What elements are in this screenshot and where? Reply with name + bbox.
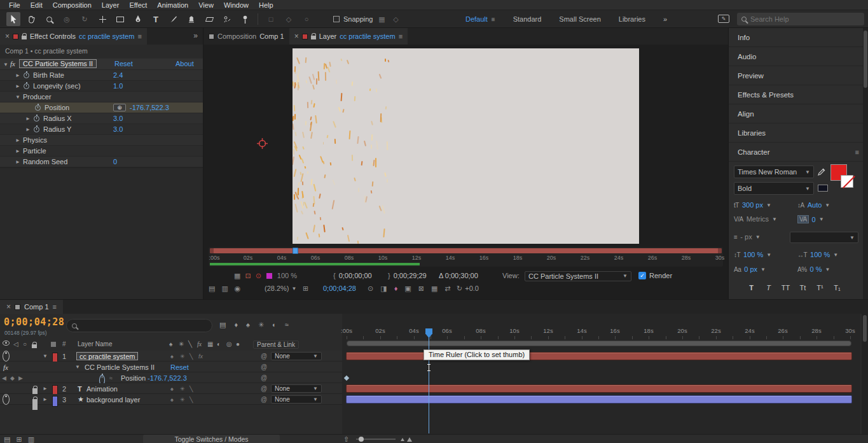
layer-name[interactable]: cc practile system bbox=[76, 351, 138, 362]
expand-in-out-icon[interactable]: ▤ bbox=[4, 435, 10, 443]
transparency-grid-icon[interactable]: ▦ bbox=[234, 272, 240, 280]
view-dropdown[interactable]: CC Particle Systems II▼ bbox=[525, 271, 631, 281]
collapse-switch-icon[interactable]: ✳ bbox=[180, 383, 185, 394]
collapse-switch-icon[interactable]: ✳ bbox=[180, 394, 185, 405]
font-style-dropdown[interactable]: Bold▼ bbox=[734, 182, 814, 195]
twirl-closed-icon[interactable]: ► bbox=[43, 394, 48, 405]
work-area-bar[interactable] bbox=[210, 248, 722, 253]
tsume-value[interactable]: 0 % bbox=[810, 265, 822, 273]
threed-switch-icon[interactable]: ● bbox=[236, 341, 240, 348]
stopwatch-icon[interactable] bbox=[34, 127, 39, 132]
parent-link-column-label[interactable]: Parent & Link bbox=[253, 341, 299, 349]
quality-switch-icon[interactable]: ╲ bbox=[188, 341, 192, 348]
horizontal-scale-value[interactable]: 100 % bbox=[810, 251, 830, 258]
effect-row-radius-x[interactable]: ► Radius X 3.0 bbox=[0, 113, 203, 124]
zoom-in-mountain-icon[interactable] bbox=[407, 437, 412, 442]
effect-group-physics[interactable]: ► Physics bbox=[0, 135, 203, 146]
pan-behind-tool[interactable] bbox=[95, 12, 109, 26]
twirl-closed-icon[interactable]: ► bbox=[25, 113, 31, 124]
chevron-down-icon[interactable]: ▼ bbox=[819, 216, 824, 222]
label-chip[interactable] bbox=[52, 396, 58, 407]
scrollbar-thumb[interactable] bbox=[863, 315, 867, 342]
effect-header-row[interactable]: ▼ fx CC Particle Systems II Reset About bbox=[0, 59, 203, 70]
effect-row-birth-rate[interactable]: ► Birth Rate 2.4 bbox=[0, 70, 203, 81]
menu-help[interactable]: Help bbox=[254, 1, 279, 9]
effect-row-random-seed[interactable]: ► Random Seed 0 bbox=[0, 157, 203, 167]
work-area-bar[interactable] bbox=[347, 341, 851, 346]
font-size-value[interactable]: 300 px bbox=[742, 201, 763, 209]
effect-name[interactable]: CC Particle Systems II bbox=[85, 362, 155, 372]
mini-swatch-icon[interactable] bbox=[818, 185, 828, 192]
in-point-icon[interactable]: { bbox=[333, 272, 336, 279]
layer-name[interactable]: background layer bbox=[86, 394, 140, 405]
roto-brush-tool[interactable] bbox=[220, 12, 234, 26]
baseline-shift-value[interactable]: 0 px bbox=[744, 265, 757, 273]
property-value[interactable]: 2.4 bbox=[113, 70, 123, 81]
unit-value[interactable]: - px bbox=[740, 233, 752, 241]
chevron-down-icon[interactable]: ▼ bbox=[755, 234, 761, 240]
effect-point-crosshair[interactable] bbox=[257, 138, 268, 149]
next-keyframe-icon[interactable]: ▶ bbox=[18, 372, 23, 383]
flowchart-icon[interactable]: ▤ bbox=[209, 285, 215, 293]
reset-link[interactable]: Reset bbox=[114, 60, 133, 67]
menu-view[interactable]: View bbox=[193, 1, 219, 9]
font-family-dropdown[interactable]: Times New Roman▼ bbox=[734, 165, 814, 178]
stopwatch-icon[interactable] bbox=[24, 83, 29, 89]
chevron-down-icon[interactable]: ▼ bbox=[766, 202, 771, 208]
display-icon[interactable]: ▥ bbox=[221, 285, 228, 293]
layer-row-1[interactable]: ▼ 1 cc practile system ♠ ✳ ╲ fx @ None▼ bbox=[0, 351, 342, 362]
twirl-closed-icon[interactable]: ► bbox=[25, 124, 31, 135]
region-icon[interactable]: ⊠ bbox=[418, 285, 424, 293]
time-ruler[interactable]: :00s02s 04s06s 08s10s 12s14s 16s18s 20s2… bbox=[342, 325, 860, 339]
panel-menu-icon[interactable]: ≡ bbox=[137, 32, 141, 40]
toggle-switches-modes-button[interactable]: Toggle Switches / Modes bbox=[143, 435, 280, 443]
zoom-fit-icon[interactable]: ⇧ bbox=[343, 435, 349, 443]
layer-name[interactable]: Animation bbox=[86, 383, 118, 394]
property-value[interactable]: 1.0 bbox=[113, 81, 123, 92]
menu-composition[interactable]: Composition bbox=[48, 1, 97, 9]
target-icon[interactable]: ⊙ bbox=[256, 272, 261, 280]
exposure-icon[interactable]: ↻ bbox=[457, 285, 462, 293]
faux-bold-button[interactable]: T bbox=[745, 283, 757, 293]
about-link[interactable]: About bbox=[176, 60, 194, 67]
lock-icon[interactable] bbox=[22, 36, 27, 39]
lock-icon[interactable] bbox=[311, 36, 316, 39]
parent-dropdown[interactable]: None▼ bbox=[271, 384, 322, 393]
panel-menu-icon[interactable]: ≡ bbox=[399, 32, 403, 40]
help-search-box[interactable] bbox=[737, 13, 864, 25]
pickwhip-icon[interactable]: @ bbox=[261, 362, 267, 372]
resolution-icon[interactable]: ▣ bbox=[404, 285, 411, 293]
menu-layer[interactable]: Layer bbox=[97, 1, 125, 9]
shy-switch-icon[interactable]: ♠ bbox=[170, 351, 174, 362]
parent-dropdown[interactable]: None▼ bbox=[271, 395, 322, 404]
solo-column-icon[interactable]: ○ bbox=[23, 341, 27, 348]
timeline-search-box[interactable] bbox=[66, 319, 212, 332]
show-snapshot-icon[interactable]: ◨ bbox=[380, 285, 387, 293]
all-caps-button[interactable]: TT bbox=[780, 283, 792, 293]
layer-name-column-label[interactable]: Layer Name bbox=[78, 341, 112, 348]
effect-name[interactable]: CC Particle Systems II bbox=[19, 59, 97, 68]
effect-group-producer[interactable]: ▼ Producer bbox=[0, 92, 203, 102]
property-value[interactable]: -176.7,522.3 bbox=[148, 372, 187, 383]
out-time[interactable]: 0;00;29;29 bbox=[394, 272, 427, 279]
property-value[interactable]: -176.7,522.3 bbox=[130, 102, 169, 113]
effect-row-radius-y[interactable]: ► Radius Y 3.0 bbox=[0, 124, 203, 135]
zoom-tool[interactable] bbox=[42, 12, 56, 26]
twirl-open-icon[interactable]: ▼ bbox=[43, 351, 48, 362]
twirl-closed-icon[interactable]: ► bbox=[15, 70, 20, 81]
magenta-swatch[interactable] bbox=[266, 272, 273, 279]
workspace-menu-icon[interactable]: ≡ bbox=[492, 16, 495, 23]
channels-icon[interactable]: ◉ bbox=[235, 285, 241, 293]
property-row-position[interactable]: ◀ ◆ ▶ ≈ Position -176.7,522.3 @ bbox=[0, 372, 342, 383]
workspace-small-screen[interactable]: Small Screen bbox=[559, 15, 600, 23]
subscript-button[interactable]: T₁ bbox=[831, 283, 843, 293]
zoom-out-mountain-icon[interactable] bbox=[401, 438, 404, 441]
layer-duration-bar[interactable] bbox=[347, 396, 851, 403]
panel-header-audio[interactable]: Audio bbox=[729, 47, 868, 66]
workspace-overflow-icon[interactable]: » bbox=[663, 15, 667, 23]
shy-switch-icon[interactable]: ♠ bbox=[169, 341, 172, 348]
expand-transform-icon[interactable]: ▥ bbox=[28, 435, 34, 443]
rectangle-tool[interactable] bbox=[113, 12, 127, 26]
shy-switch-icon[interactable]: ♠ bbox=[170, 383, 174, 394]
scrollbar-thumb[interactable] bbox=[864, 31, 867, 88]
